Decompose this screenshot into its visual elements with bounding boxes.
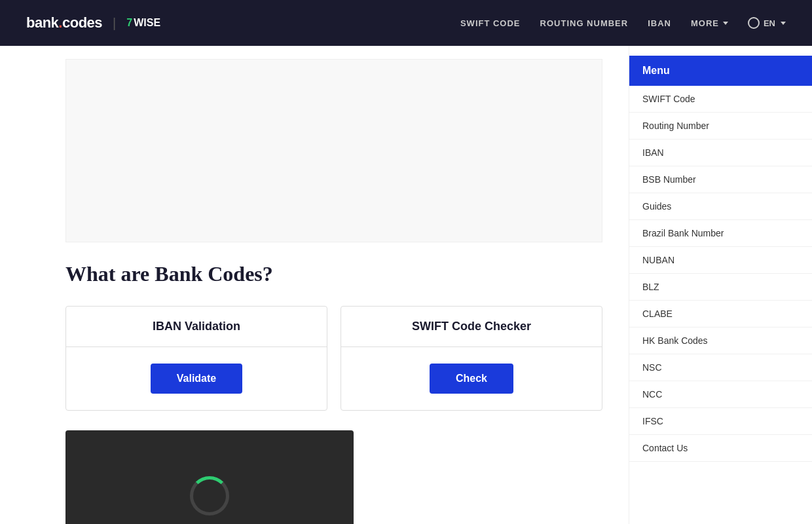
globe-icon bbox=[748, 17, 760, 29]
nav-swift-code[interactable]: SWIFT CODE bbox=[460, 18, 521, 28]
sidebar-link-ncc[interactable]: NCC bbox=[629, 381, 812, 407]
nav-language-selector[interactable]: EN bbox=[748, 17, 786, 29]
main-container: What are Bank Codes? IBAN Validation Val… bbox=[0, 46, 812, 524]
wise-label: WISE bbox=[134, 17, 160, 29]
sidebar-menu-list: SWIFT Code Routing Number IBAN BSB Numbe… bbox=[629, 86, 812, 462]
sidebar-item-blz: BLZ bbox=[629, 274, 812, 301]
sidebar-item-brazil-bank-number: Brazil Bank Number bbox=[629, 220, 812, 247]
sidebar-item-contact-us: Contact Us bbox=[629, 435, 812, 462]
sidebar-item-guides: Guides bbox=[629, 193, 812, 220]
sidebar-link-iban[interactable]: IBAN bbox=[629, 140, 812, 166]
validate-button[interactable]: Validate bbox=[151, 364, 242, 394]
wise-number: 7 bbox=[126, 17, 132, 29]
language-label: EN bbox=[764, 18, 775, 28]
logo-wise[interactable]: 7WISE bbox=[126, 17, 160, 29]
ad-area bbox=[65, 59, 602, 242]
sidebar-link-brazil-bank-number[interactable]: Brazil Bank Number bbox=[629, 220, 812, 246]
swift-card-header: SWIFT Code Checker bbox=[341, 307, 602, 347]
iban-card-header: IBAN Validation bbox=[66, 307, 327, 347]
logo-dot: . bbox=[58, 14, 62, 31]
sidebar-item-swift-code: SWIFT Code bbox=[629, 86, 812, 113]
header: bank.codes | 7WISE SWIFT CODE ROUTING NU… bbox=[0, 0, 812, 46]
sidebar-link-swift-code[interactable]: SWIFT Code bbox=[629, 86, 812, 112]
logo-divider: | bbox=[113, 16, 116, 31]
video-thumbnail[interactable] bbox=[65, 430, 354, 524]
content-area: What are Bank Codes? IBAN Validation Val… bbox=[0, 46, 629, 524]
chevron-down-icon bbox=[723, 22, 728, 25]
sidebar-item-iban: IBAN bbox=[629, 140, 812, 166]
sidebar-link-contact-us[interactable]: Contact Us bbox=[629, 435, 812, 461]
sidebar-link-guides[interactable]: Guides bbox=[629, 193, 812, 219]
sidebar-item-routing-number: Routing Number bbox=[629, 113, 812, 140]
swift-card-body: Check bbox=[341, 347, 602, 410]
sidebar: Menu SWIFT Code Routing Number IBAN BSB … bbox=[629, 46, 812, 524]
sidebar-item-hk-bank-codes: HK Bank Codes bbox=[629, 328, 812, 354]
swift-checker-card: SWIFT Code Checker Check bbox=[341, 306, 602, 411]
sidebar-item-nsc: NSC bbox=[629, 354, 812, 381]
sidebar-link-blz[interactable]: BLZ bbox=[629, 274, 812, 300]
sidebar-menu-header: Menu bbox=[629, 56, 812, 86]
video-spinner-icon bbox=[190, 476, 229, 515]
sidebar-link-nuban[interactable]: NUBAN bbox=[629, 247, 812, 273]
main-nav: SWIFT CODE ROUTING NUMBER IBAN MORE EN bbox=[460, 17, 786, 29]
check-button[interactable]: Check bbox=[430, 364, 513, 394]
sidebar-link-bsb-number[interactable]: BSB Number bbox=[629, 166, 812, 193]
lang-chevron-icon bbox=[781, 22, 786, 25]
nav-more[interactable]: MORE bbox=[691, 18, 728, 28]
logo-text[interactable]: bank.codes bbox=[26, 14, 102, 31]
sidebar-link-hk-bank-codes[interactable]: HK Bank Codes bbox=[629, 328, 812, 354]
logo-area: bank.codes | 7WISE bbox=[26, 14, 160, 31]
sidebar-item-nuban: NUBAN bbox=[629, 247, 812, 274]
sidebar-item-ncc: NCC bbox=[629, 381, 812, 408]
sidebar-link-clabe[interactable]: CLABE bbox=[629, 301, 812, 327]
iban-validation-card: IBAN Validation Validate bbox=[65, 306, 327, 411]
iban-card-body: Validate bbox=[66, 347, 327, 410]
page-title: What are Bank Codes? bbox=[65, 262, 602, 286]
sidebar-link-nsc[interactable]: NSC bbox=[629, 354, 812, 381]
sidebar-item-bsb-number: BSB Number bbox=[629, 166, 812, 193]
sidebar-link-ifsc[interactable]: IFSC bbox=[629, 408, 812, 434]
sidebar-item-ifsc: IFSC bbox=[629, 408, 812, 435]
cards-row: IBAN Validation Validate SWIFT Code Chec… bbox=[65, 306, 602, 411]
sidebar-item-clabe: CLABE bbox=[629, 301, 812, 328]
nav-iban[interactable]: IBAN bbox=[648, 18, 671, 28]
nav-routing-number[interactable]: ROUTING NUMBER bbox=[540, 18, 629, 28]
sidebar-link-routing-number[interactable]: Routing Number bbox=[629, 113, 812, 139]
